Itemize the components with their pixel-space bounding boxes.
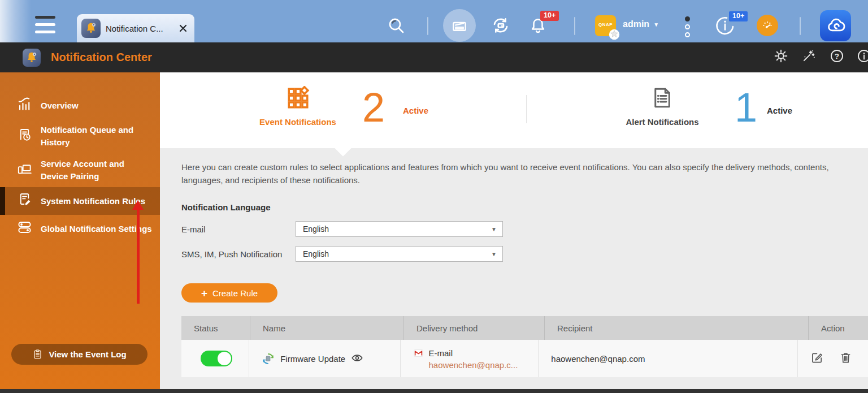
svg-text:?: ? (835, 52, 839, 61)
edit-rule-icon[interactable] (810, 351, 823, 366)
table-row: Firmware Update E-mail haowenchen@qnap.c… (181, 340, 868, 377)
rules-document-icon (17, 192, 32, 210)
sidebar-item-global-settings[interactable]: Global Notification Settings (0, 215, 160, 243)
alert-active-count: 1 (735, 84, 757, 131)
alert-tab-label: Alert Notifications (614, 117, 711, 127)
section-description: Here you can create custom rules to sele… (181, 161, 840, 187)
topbar-divider (800, 17, 801, 35)
event-active-count: 2 (362, 84, 385, 131)
window-bottom-edge (0, 389, 868, 393)
desktop-top-bar: Notification C... 10+ QNAP admin ▼ 10+ (0, 0, 868, 42)
firmware-update-icon (262, 352, 275, 365)
tab-notification-center[interactable]: Notification C... (77, 14, 194, 42)
rule-recipient-cell: haowenchen@qnap.com (538, 340, 797, 377)
alert-active-label: Active (767, 106, 792, 115)
about-info-icon[interactable] (857, 49, 868, 66)
column-header-action: Action (808, 316, 868, 340)
email-language-row: E-mail English ▼ (181, 221, 845, 237)
rule-action-cell (797, 340, 868, 377)
myqnapcloud-icon[interactable] (820, 10, 851, 41)
rules-content: Here you can create custom rules to sele… (160, 148, 868, 377)
quick-start-wand-icon[interactable] (801, 49, 816, 66)
user-name: admin (623, 19, 649, 29)
rule-enabled-toggle[interactable] (201, 351, 232, 366)
event-grid-icon (286, 86, 310, 110)
app-header: Notification Center ? (0, 42, 868, 72)
more-options-menu[interactable] (685, 16, 690, 40)
sidebar-item-label: Service Account and Device Pairing (41, 158, 152, 183)
delivery-method: E-mail (429, 348, 518, 358)
event-tab-label: Event Notifications (249, 117, 346, 127)
sidebar-item-label: Notification Queue and History (41, 124, 152, 149)
system-info-count-badge: 10+ (729, 11, 748, 21)
notification-center-app-icon (23, 49, 41, 67)
view-event-log-button[interactable]: View the Event Log (11, 344, 147, 365)
notifications-count-badge: 10+ (540, 11, 559, 21)
main-menu-button[interactable] (35, 16, 55, 38)
devices-icon (17, 161, 32, 180)
sms-language-value: English (303, 249, 491, 258)
background-tasks-icon[interactable] (451, 17, 468, 34)
chevron-down-icon: ▼ (491, 251, 497, 257)
tab-title: Notification C... (106, 24, 172, 33)
storage-sync-icon[interactable] (491, 16, 510, 35)
sidebar: Overview Notification Queue and History … (0, 72, 160, 393)
column-header-recipient: Recipient (544, 316, 808, 340)
search-icon[interactable] (387, 16, 405, 34)
topbar-divider (574, 17, 575, 35)
create-rule-button[interactable]: + Create Rule (181, 283, 277, 303)
email-language-value: English (303, 224, 491, 234)
delete-rule-icon[interactable] (839, 351, 852, 366)
sidebar-item-service-account[interactable]: Service Account and Device Pairing (0, 153, 160, 187)
user-menu[interactable]: admin ▼ (623, 19, 659, 29)
chevron-down-icon: ▼ (491, 226, 497, 232)
sidebar-item-label: System Notification Rules (41, 195, 145, 208)
main-menu-icon (35, 16, 55, 19)
tab-event-notifications[interactable]: Event Notifications (249, 86, 346, 127)
alert-document-icon (650, 86, 674, 110)
sidebar-item-label: Overview (41, 100, 79, 112)
star-badge-icon (608, 28, 620, 41)
chevron-down-icon: ▼ (653, 21, 659, 28)
event-active-label: Active (403, 106, 428, 115)
view-event-log-label: View the Event Log (49, 349, 126, 359)
delivery-address-link[interactable]: haowenchen@qnap.c... (429, 360, 518, 370)
notification-type-tabs: Event Notifications 2 Active Alert Notif… (160, 72, 868, 148)
dashboard-gauge-icon[interactable] (757, 15, 778, 36)
main-panel: Event Notifications 2 Active Alert Notif… (160, 72, 868, 393)
sms-language-select[interactable]: English ▼ (296, 246, 503, 262)
sidebar-item-notification-queue[interactable]: Notification Queue and History (0, 119, 160, 153)
settings-gear-icon[interactable] (774, 49, 788, 66)
sidebar-item-label: Global Notification Settings (41, 223, 152, 235)
rules-table: Status Name Delivery method Recipient Ac… (181, 316, 868, 377)
help-icon[interactable]: ? (830, 49, 844, 66)
plus-icon: + (201, 288, 207, 299)
page-title: Notification Center (51, 51, 152, 64)
toggles-icon (17, 219, 32, 238)
create-rule-label: Create Rule (212, 288, 258, 298)
user-avatar[interactable]: QNAP (595, 15, 616, 36)
sidebar-item-overview[interactable]: Overview (0, 92, 160, 119)
tabs-divider (526, 95, 527, 123)
bar-chart-icon (17, 96, 32, 115)
clipboard-icon (32, 349, 43, 360)
notification-language-heading: Notification Language (181, 202, 845, 212)
rule-name-cell: Firmware Update (249, 340, 400, 377)
tab-alert-notifications[interactable]: Alert Notifications (614, 86, 711, 127)
rule-delivery-cell: E-mail haowenchen@qnap.c... (400, 340, 539, 377)
email-language-select[interactable]: English ▼ (296, 221, 503, 237)
sms-language-row: SMS, IM, Push Notification English ▼ (181, 246, 845, 262)
column-header-name: Name (250, 316, 403, 340)
rule-name: Firmware Update (280, 354, 345, 364)
column-header-status: Status (181, 316, 250, 340)
preview-eye-icon[interactable] (351, 352, 363, 366)
gmail-icon (413, 348, 424, 359)
email-label: E-mail (181, 224, 296, 234)
tab-close-icon[interactable] (177, 23, 189, 34)
sms-label: SMS, IM, Push Notification (181, 249, 296, 259)
table-header-row: Status Name Delivery method Recipient Ac… (181, 316, 868, 340)
sidebar-item-system-notification-rules[interactable]: System Notification Rules (0, 187, 160, 215)
rule-status-cell (181, 340, 249, 377)
history-queue-icon (17, 127, 32, 146)
recipient-email: haowenchen@qnap.com (551, 354, 645, 364)
